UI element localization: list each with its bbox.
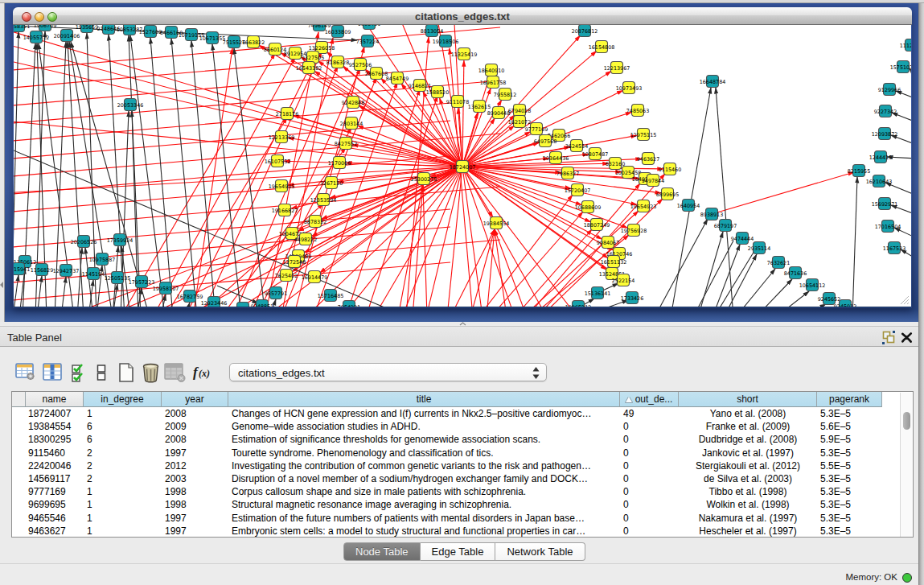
graph-node[interactable]: 10965212 [565, 301, 592, 308]
graph-node[interactable]: 9857791 [265, 287, 287, 299]
graph-node[interactable]: 1906709 [34, 25, 56, 31]
graph-node[interactable]: 7955812 [494, 89, 516, 101]
graph-node[interactable]: 9474444 [731, 233, 754, 245]
graph-node[interactable]: 15751074 [890, 61, 911, 73]
delete-trash-icon[interactable] [141, 362, 161, 386]
graph-node[interactable]: 6794028 [508, 105, 531, 117]
graph-node[interactable]: 9463627 [637, 153, 659, 165]
rows-stack-icon[interactable] [96, 362, 107, 385]
table-row[interactable]: 1456911722003Disruption of a novel membe… [25, 472, 882, 485]
graph-node[interactable]: 20091406 [54, 30, 80, 42]
graph-node[interactable]: 17957223 [129, 276, 155, 288]
graph-node[interactable]: 18640910 [478, 64, 505, 76]
graph-node[interactable]: 19384554 [483, 217, 510, 229]
graph-node[interactable]: 7986327 [556, 167, 579, 179]
graph-node[interactable]: 8215955 [848, 165, 870, 177]
new-document-icon[interactable] [117, 362, 136, 386]
graph-node[interactable]: 8471636 [784, 267, 807, 279]
graph-node[interactable]: 15692971 [872, 198, 898, 210]
graph-node[interactable]: 7954221 [338, 301, 360, 308]
graph-node[interactable]: 1306461 [358, 25, 380, 30]
graph-node[interactable]: 12093872 [872, 128, 898, 140]
table-column-icon[interactable] [43, 362, 63, 385]
graph-node[interactable]: 11325419 [451, 48, 478, 60]
column-header-year[interactable]: year [162, 392, 228, 407]
graph-node[interactable]: 12213967 [604, 62, 630, 74]
memory-ok-icon[interactable] [902, 573, 913, 583]
graph-node[interactable]: 1640954 [677, 200, 700, 212]
tab-network-table[interactable]: Network Table [495, 542, 585, 561]
graph-node[interactable]: 9527506 [349, 59, 372, 71]
table-row[interactable]: 911546021997Tourette syndrome. Phenomeno… [25, 447, 882, 459]
graph-node[interactable]: 1167533 [883, 242, 906, 254]
column-header-out_degree[interactable]: out_de... [620, 392, 679, 407]
column-header-pagerank[interactable]: pagerank [817, 392, 882, 407]
graph-node[interactable]: 7357224 [356, 35, 379, 47]
graph-node[interactable]: 19756928 [621, 225, 647, 237]
graph-node[interactable]: 2867608 [365, 68, 388, 80]
graph-node[interactable]: 16107552 [265, 155, 291, 167]
graph-node[interactable]: 9111078 [446, 96, 469, 108]
graph-node[interactable]: 16648784 [700, 76, 726, 88]
graph-node[interactable]: 10807487 [582, 148, 609, 160]
table-vertical-scrollbar[interactable] [900, 393, 912, 537]
column-header-short[interactable]: short [679, 392, 817, 407]
table-row[interactable]: 969969511998Structural magnetic resonanc… [25, 498, 882, 511]
graph-node[interactable]: 7663822 [242, 36, 265, 48]
close-panel-icon[interactable] [901, 332, 913, 344]
graph-node[interactable]: 19958107 [153, 282, 179, 295]
graph-node[interactable]: 20206526 [71, 236, 97, 248]
graph-node[interactable]: 17016504 [875, 220, 901, 233]
graph-node[interactable]: 7625402 [275, 270, 298, 282]
graph-node[interactable]: 7632621 [767, 257, 790, 269]
graph-node[interactable]: 16543382 [296, 62, 322, 74]
graph-node[interactable]: 15716485 [318, 290, 344, 302]
graph-node[interactable]: 12505135 [105, 272, 131, 284]
graph-node[interactable]: 9115460 [659, 163, 681, 175]
column-header-name[interactable]: name [25, 392, 84, 407]
graph-node[interactable]: 16210643 [866, 175, 893, 187]
graph-node[interactable]: 12975115 [630, 129, 657, 141]
panel-collapse-grip-icon[interactable] [0, 282, 3, 288]
graph-node[interactable]: 19654923 [630, 200, 657, 212]
table-row[interactable]: 977716911998Corpus callosum shape and si… [25, 485, 882, 498]
splitter-grip-icon[interactable] [459, 322, 466, 326]
graph-node[interactable]: 1112404 [900, 39, 911, 51]
graph-node[interactable]: 10654112 [799, 279, 826, 291]
table-row[interactable]: 1872400712008Changes of HCN gene express… [25, 407, 882, 420]
graph-node[interactable]: 1258351 [14, 25, 30, 32]
function-fx-icon[interactable]: f(x) [191, 362, 214, 385]
graph-node[interactable]: 9129966 [878, 84, 901, 96]
network-window-titlebar[interactable]: citations_edges.txt [13, 7, 912, 25]
graph-node[interactable]: 6879197 [714, 220, 737, 232]
table-row[interactable]: 1830029562008Estimation of significance … [25, 433, 882, 446]
table-settings-icon[interactable] [15, 362, 35, 385]
graph-node[interactable]: 1244415 [869, 151, 892, 163]
column-header-in_degree[interactable]: in_degree [84, 392, 162, 407]
graph-node[interactable]: 19166827 [272, 204, 298, 216]
graph-node[interactable]: 16154808 [589, 41, 615, 53]
table-disabled-icon[interactable] [164, 362, 186, 385]
graph-node[interactable]: 3624554 [565, 140, 588, 152]
table-row[interactable]: 946362711997Embryonic stem cells: a mode… [25, 525, 882, 538]
graph-node[interactable]: 10975887 [89, 253, 116, 266]
table-row[interactable]: 2242004622012Investigating the contribut… [25, 459, 882, 472]
select-rows-icon[interactable] [71, 362, 89, 385]
graph-node[interactable]: 1156829 [31, 264, 53, 276]
network-canvas[interactable]: 1258351140557121906709200914061935659214… [14, 25, 911, 307]
scrollbar-thumb[interactable] [903, 412, 910, 430]
graph-node[interactable]: 1935659 [76, 25, 98, 33]
graph-node[interactable]: 9248851 [251, 300, 273, 308]
table-row[interactable]: 946554611997Estimation of the future num… [25, 512, 882, 525]
window-resize-grip-icon[interactable] [900, 295, 910, 305]
graph-node[interactable]: 20876812 [572, 25, 598, 37]
graph-node[interactable]: 12353594 [310, 194, 337, 206]
graph-node[interactable]: 6899695 [656, 188, 679, 200]
graph-node[interactable]: 9227342 [874, 105, 897, 117]
graph-node[interactable]: 2935114 [748, 242, 770, 254]
column-header-title[interactable]: title [228, 392, 620, 407]
graph-node[interactable]: 8186328 [326, 56, 349, 68]
table-row[interactable]: 1938455462009Genome–wide association stu… [25, 420, 882, 433]
graph-node[interactable]: 15720407 [565, 184, 591, 196]
float-panel-icon[interactable] [882, 331, 896, 344]
